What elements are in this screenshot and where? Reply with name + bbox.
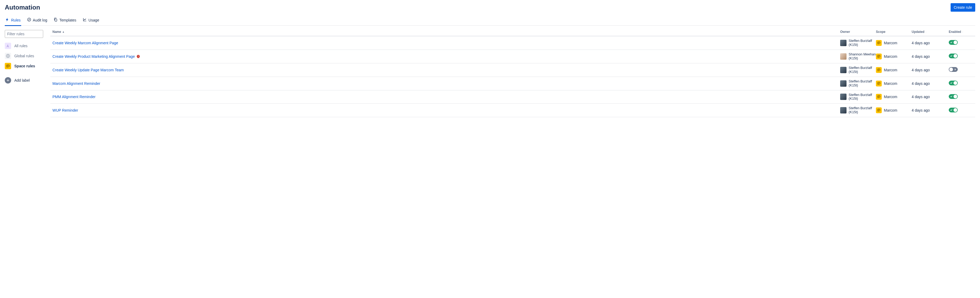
column-label: Enabled xyxy=(949,30,961,33)
sidebar-item-global-rules[interactable]: Global rules xyxy=(5,53,47,59)
owner-sub: (K15t) xyxy=(849,56,876,61)
space-icon xyxy=(876,81,882,86)
owner-text: Steffen Burzlaff(K15t) xyxy=(849,80,872,88)
check-icon xyxy=(950,41,953,44)
owner-sub: (K15t) xyxy=(849,110,872,114)
column-header-updated[interactable]: Updated ◦ xyxy=(912,30,949,33)
tab-templates[interactable]: Templates xyxy=(53,18,77,26)
globe-icon xyxy=(5,53,11,59)
rule-name-link[interactable]: WUP Reminder xyxy=(52,108,78,112)
cell-scope: Marcom xyxy=(876,94,912,100)
avatar xyxy=(840,67,846,73)
owner-name: Steffen Burzlaff xyxy=(849,39,872,43)
sidebar-item-label: Add label xyxy=(14,78,30,83)
cell-updated: 4 days ago xyxy=(912,54,949,59)
cell-owner: Steffen Burzlaff(K15t) xyxy=(840,39,876,47)
check-icon xyxy=(950,109,953,111)
cell-owner: Steffen Burzlaff(K15t) xyxy=(840,93,876,101)
toggle-knob xyxy=(953,81,957,85)
rule-name-link[interactable]: PMM Alignment Reminder xyxy=(52,95,95,99)
sidebar-item-all-rules[interactable]: All rules xyxy=(5,43,47,49)
cell-name: Marcom Alignment Reminder xyxy=(52,81,840,86)
cell-name: WUP Reminder xyxy=(52,108,840,112)
tabs: Rules Audit log Templates Usage xyxy=(5,18,975,26)
cell-updated: 4 days ago xyxy=(912,95,949,99)
scope-label: Marcom xyxy=(884,95,897,99)
toggle-knob xyxy=(953,95,957,98)
tab-label: Templates xyxy=(59,18,76,22)
cell-enabled xyxy=(949,40,975,46)
cell-scope: Marcom xyxy=(876,107,912,113)
tab-label: Audit log xyxy=(33,18,47,22)
copy-icon xyxy=(54,18,58,22)
owner-sub: (K15t) xyxy=(849,70,872,74)
sidebar: All rules Global rules Space rules Add l… xyxy=(5,30,50,83)
filter-rules-input[interactable] xyxy=(5,30,43,38)
owner-text: Steffen Burzlaff(K15t) xyxy=(849,66,872,74)
cell-enabled xyxy=(949,108,975,113)
owner-text: Steffen Burzlaff(K15t) xyxy=(849,39,872,47)
check-icon xyxy=(950,82,953,84)
column-header-name[interactable]: Name ▲ xyxy=(52,30,840,33)
column-header-owner[interactable]: Owner xyxy=(840,30,876,33)
cell-name: PMM Alignment Reminder xyxy=(52,95,840,99)
create-rule-button[interactable]: Create rule xyxy=(951,3,975,12)
rule-name-link[interactable]: Create Weekly Product Marketing Alignmen… xyxy=(52,54,135,59)
enabled-toggle[interactable] xyxy=(949,67,958,72)
avatar xyxy=(840,40,846,46)
enabled-toggle[interactable] xyxy=(949,94,958,99)
check-circle-icon xyxy=(27,18,31,22)
toggle-knob xyxy=(953,108,957,112)
table-row: Create Weekly Marcom Alignment PageSteff… xyxy=(50,36,975,50)
x-icon xyxy=(954,69,956,71)
scope-label: Marcom xyxy=(884,68,897,72)
check-icon xyxy=(950,95,953,97)
enabled-toggle[interactable] xyxy=(949,40,958,45)
cell-enabled xyxy=(949,54,975,59)
sidebar-item-add-label[interactable]: Add label xyxy=(5,77,47,83)
table-row: PMM Alignment ReminderSteffen Burzlaff(K… xyxy=(50,91,975,104)
owner-name: Steffen Burzlaff xyxy=(849,80,872,83)
rule-name-link[interactable]: Create Weekly Marcom Alignment Page xyxy=(52,41,118,45)
owner-sub: (K15t) xyxy=(849,43,872,47)
scope-label: Marcom xyxy=(884,81,897,86)
toggle-knob xyxy=(953,41,957,44)
table-row: Create Weekly Update Page Marcom TeamSte… xyxy=(50,63,975,77)
tab-rules[interactable]: Rules xyxy=(5,18,21,26)
toggle-knob xyxy=(949,68,953,71)
owner-name: Steffen Burzlaff xyxy=(849,93,872,97)
bolt-icon xyxy=(5,18,10,22)
cell-updated: 4 days ago xyxy=(912,81,949,86)
rule-name-link[interactable]: Marcom Alignment Reminder xyxy=(52,81,100,86)
sort-indicator-icon: ◦ xyxy=(926,30,926,33)
space-icon xyxy=(876,94,882,100)
scope-label: Marcom xyxy=(884,108,897,112)
sidebar-item-space-rules[interactable]: Space rules xyxy=(5,63,47,69)
enabled-toggle[interactable] xyxy=(949,81,958,85)
space-icon xyxy=(876,107,882,113)
sort-asc-icon: ▲ xyxy=(62,31,65,33)
column-header-enabled[interactable]: Enabled ◦ xyxy=(949,30,975,33)
rule-name-link[interactable]: Create Weekly Update Page Marcom Team xyxy=(52,68,124,72)
cell-name: Create Weekly Update Page Marcom Team xyxy=(52,68,840,72)
column-header-scope[interactable]: Scope xyxy=(876,30,912,33)
cell-name: Create Weekly Product Marketing Alignmen… xyxy=(52,54,840,59)
owner-text: Shannon Meehan(K15t) xyxy=(849,53,876,61)
rules-table: Name ▲ Owner Scope Updated ◦ Enabled ◦ xyxy=(50,30,975,117)
owner-sub: (K15t) xyxy=(849,97,872,101)
enabled-toggle[interactable] xyxy=(949,54,958,58)
avatar xyxy=(840,80,846,87)
sidebar-item-label: All rules xyxy=(14,44,27,48)
tab-label: Rules xyxy=(11,18,21,22)
owner-name: Steffen Burzlaff xyxy=(849,66,872,70)
tab-audit-log[interactable]: Audit log xyxy=(27,18,48,26)
all-rules-icon xyxy=(5,43,11,49)
chart-line-icon xyxy=(83,18,87,22)
enabled-toggle[interactable] xyxy=(949,108,958,112)
table-row: WUP ReminderSteffen Burzlaff(K15t)Marcom… xyxy=(50,104,975,117)
column-label: Scope xyxy=(876,30,885,33)
sort-indicator-icon: ◦ xyxy=(962,30,963,33)
cell-updated: 4 days ago xyxy=(912,68,949,72)
tab-usage[interactable]: Usage xyxy=(82,18,100,26)
cell-owner: Steffen Burzlaff(K15t) xyxy=(840,80,876,88)
